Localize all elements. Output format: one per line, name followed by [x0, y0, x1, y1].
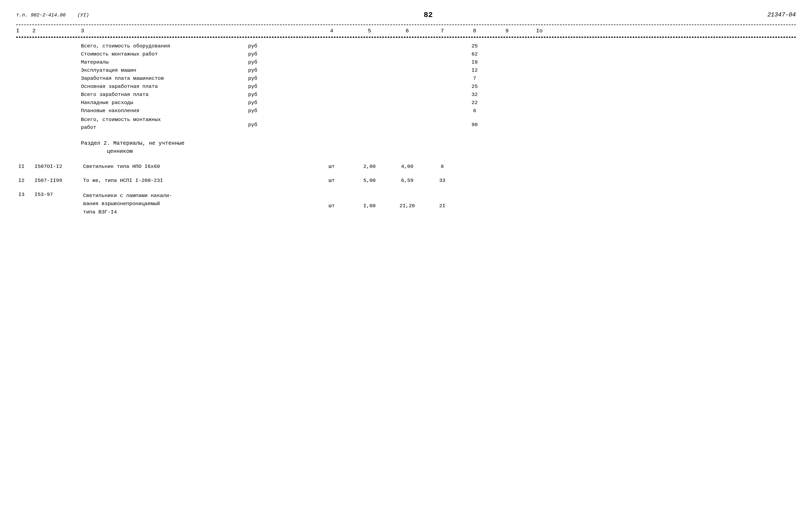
row-col7: 2I	[426, 192, 458, 209]
row-col1: II	[16, 164, 32, 169]
row-col3: Светильник типа НПО I6x60	[81, 164, 313, 169]
summary-unit-7: руб	[248, 100, 275, 106]
summary-section: Всего, стоимость оборудования руб 25 Сто…	[81, 43, 796, 131]
summary-row-6: Всего заработная плата руб 32	[81, 92, 796, 97]
summary-label-2: Материалы	[81, 59, 248, 65]
summary-label-0: Всего, стоимость оборудования	[81, 43, 248, 49]
row-col5: 2,00	[351, 164, 388, 169]
summary-val7-0: 25	[458, 43, 491, 49]
column-headers: I 2 3 4 5 6 7 8 9 Io	[16, 25, 796, 37]
summary-label-9: Всего, стоимость монтажныхработ	[81, 116, 248, 131]
summary-unit-0: руб	[248, 43, 275, 49]
row-col4: шт	[313, 192, 351, 209]
page-header: т.п. 902-2-414.86 (УI) 82 21347-04	[16, 11, 796, 19]
summary-row-1: Стоимость монтажных работ руб 62	[81, 51, 796, 57]
summary-val7-8: 6	[458, 108, 491, 114]
row-col7: 33	[426, 178, 458, 183]
row-col1: I3	[16, 192, 32, 197]
row-col5: 5,00	[351, 178, 388, 183]
col-header-6: 6	[388, 28, 426, 34]
summary-val7-3: I2	[458, 68, 491, 73]
summary-unit-5: руб	[248, 84, 275, 89]
section2-heading: Раздел 2. Материалы, не учтенные ценнико…	[81, 139, 796, 155]
col-header-3: 3	[81, 28, 313, 34]
header-doc-number: 21347-04	[767, 12, 796, 18]
summary-val7-6: 32	[458, 92, 491, 97]
summary-unit-9: руб	[248, 116, 275, 128]
row-col6: 2I,20	[388, 192, 426, 209]
summary-val7-2: I8	[458, 59, 491, 65]
summary-val7-1: 62	[458, 51, 491, 57]
table-row: I2 I507-II99 То же, типа НСПI I-200-23I …	[16, 178, 796, 183]
table-row: I3 I53-97 Светильники с лампами накали-в…	[16, 192, 796, 216]
col-header-10: Io	[523, 28, 556, 34]
row-col7: 8	[426, 164, 458, 169]
summary-row-2: Материалы руб I8	[81, 59, 796, 65]
row-col5: I,00	[351, 192, 388, 209]
summary-row-0: Всего, стоимость оборудования руб 25	[81, 43, 796, 49]
section2-heading-text: Раздел 2. Материалы, не учтенные ценнико…	[81, 139, 796, 155]
header-page-number: 82	[424, 11, 433, 19]
doc-ref: т.п. 902-2-414.86	[16, 12, 66, 18]
row-col4: шт	[313, 164, 351, 169]
summary-unit-1: руб	[248, 51, 275, 57]
summary-row-7: Накладные расходы руб 22	[81, 100, 796, 106]
summary-row-5: Основная заработная плата руб 25	[81, 84, 796, 89]
row-col2: I507-II99	[32, 178, 81, 183]
header-bottom-divider	[16, 37, 796, 38]
row-col3: То же, типа НСПI I-200-23I	[81, 178, 313, 183]
row-col6: 4,00	[388, 164, 426, 169]
col-header-2: 2	[32, 28, 81, 34]
summary-unit-3: руб	[248, 68, 275, 73]
summary-label-7: Накладные расходы	[81, 100, 248, 106]
doc-paren: (УI)	[77, 12, 89, 18]
header-left: т.п. 902-2-414.86 (УI)	[16, 12, 89, 18]
col-header-7: 7	[426, 28, 458, 34]
col-header-5: 5	[351, 28, 388, 34]
row-col3: Светильники с лампами накали-вания взрыв…	[81, 192, 313, 216]
row-col6: 6,59	[388, 178, 426, 183]
summary-val7-4: 7	[458, 75, 491, 81]
col-header-9: 9	[491, 28, 523, 34]
summary-label-4: Заработная плата машинистов	[81, 75, 248, 81]
data-table: II I507OI-I2 Светильник типа НПО I6x60 ш…	[16, 164, 796, 216]
row-col2: I53-97	[32, 192, 81, 197]
summary-unit-6: руб	[248, 92, 275, 97]
row-col1: I2	[16, 178, 32, 183]
table-row: II I507OI-I2 Светильник типа НПО I6x60 ш…	[16, 164, 796, 169]
col-header-4: 4	[313, 28, 351, 34]
summary-row-3: Эксплуатация машин руб I2	[81, 68, 796, 73]
summary-label-3: Эксплуатация машин	[81, 68, 248, 73]
content-area: Всего, стоимость оборудования руб 25 Сто…	[16, 43, 796, 216]
summary-label-1: Стоимость монтажных работ	[81, 51, 248, 57]
summary-label-6: Всего заработная плата	[81, 92, 248, 97]
summary-row-4: Заработная плата машинистов руб 7	[81, 75, 796, 81]
summary-row-8: Плановые накопления руб 6	[81, 108, 796, 114]
summary-row-9: Всего, стоимость монтажныхработ руб 90	[81, 116, 796, 131]
row-col2: I507OI-I2	[32, 164, 81, 169]
summary-val7-9: 90	[458, 116, 491, 128]
summary-unit-2: руб	[248, 59, 275, 65]
row-col4: шт	[313, 178, 351, 183]
summary-label-5: Основная заработная плата	[81, 84, 248, 89]
col-header-8: 8	[458, 28, 491, 34]
summary-label-8: Плановые накопления	[81, 108, 248, 114]
summary-unit-4: руб	[248, 75, 275, 81]
summary-val7-7: 22	[458, 100, 491, 106]
summary-val7-5: 25	[458, 84, 491, 89]
col-header-1: I	[16, 28, 32, 34]
summary-unit-8: руб	[248, 108, 275, 114]
